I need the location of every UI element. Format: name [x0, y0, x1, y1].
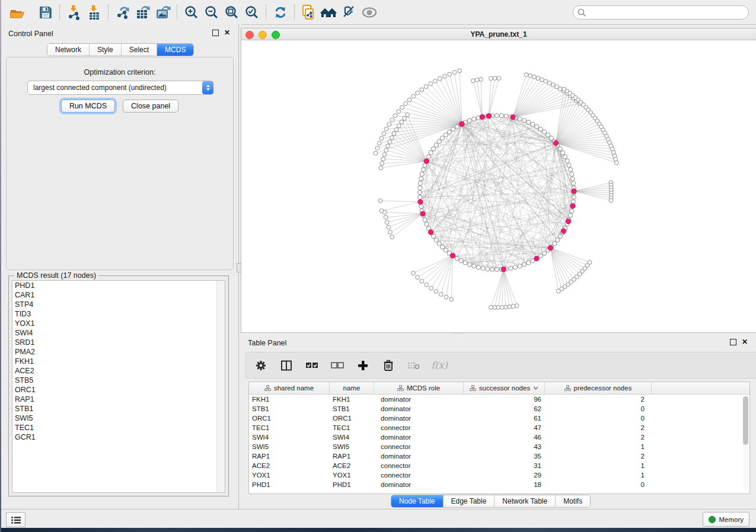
graph-node[interactable]	[455, 257, 459, 261]
graph-node[interactable]	[570, 172, 574, 176]
network-window-titlebar[interactable]: YPA_prune.txt_1	[241, 28, 756, 40]
graph-node[interactable]	[518, 264, 522, 268]
graph-leaf-node[interactable]	[384, 148, 388, 152]
graph-mcds-node[interactable]	[460, 121, 464, 126]
graph-node[interactable]	[434, 143, 438, 147]
graph-leaf-node[interactable]	[439, 292, 443, 296]
graph-node[interactable]	[495, 113, 499, 117]
table-row[interactable]: SWI5SWI5connector431	[249, 442, 749, 451]
tab-select[interactable]: Select	[121, 44, 157, 56]
graph-node[interactable]	[451, 127, 455, 131]
graph-leaf-node[interactable]	[433, 79, 438, 83]
graph-mcds-node[interactable]	[570, 203, 575, 208]
graph-leaf-node[interactable]	[420, 279, 424, 283]
graph-node[interactable]	[569, 213, 573, 217]
graph-mcds-node[interactable]	[566, 219, 570, 223]
graph-leaf-node[interactable]	[609, 198, 613, 203]
graph-leaf-node[interactable]	[540, 78, 544, 82]
zoom-out-icon[interactable]	[202, 3, 222, 22]
graph-leaf-node[interactable]	[424, 85, 428, 89]
show-all-icon[interactable]	[359, 3, 379, 22]
task-history-button[interactable]	[6, 512, 25, 527]
graph-node[interactable]	[569, 168, 573, 172]
graph-leaf-node[interactable]	[429, 286, 433, 290]
graph-node[interactable]	[531, 122, 535, 126]
graph-leaf-node[interactable]	[379, 166, 383, 170]
zoom-selected-icon[interactable]	[242, 3, 262, 22]
graph-node[interactable]	[418, 181, 422, 185]
delete-table-icon[interactable]	[406, 358, 422, 373]
export-table-icon[interactable]	[133, 3, 153, 22]
graph-leaf-node[interactable]	[385, 220, 389, 225]
graph-leaf-node[interactable]	[381, 157, 385, 161]
memory-button[interactable]: Memory	[703, 512, 749, 527]
mcds-result-item[interactable]: SWI4	[12, 328, 225, 338]
mcds-result-item[interactable]: SWI5	[12, 414, 225, 423]
graph-leaf-node[interactable]	[393, 114, 397, 118]
mcds-result-item[interactable]: SRD1	[12, 338, 225, 347]
graph-leaf-node[interactable]	[508, 305, 512, 309]
search-input[interactable]	[589, 8, 748, 17]
graph-node[interactable]	[420, 172, 424, 176]
graph-node[interactable]	[522, 262, 526, 267]
graph-node[interactable]	[476, 265, 480, 270]
graph-node[interactable]	[472, 117, 476, 121]
graph-leaf-node[interactable]	[377, 141, 381, 145]
tab-motifs[interactable]: Motifs	[555, 495, 590, 507]
mcds-result-item[interactable]: TID3	[12, 309, 225, 319]
export-image-icon[interactable]	[153, 3, 173, 22]
graph-node[interactable]	[538, 254, 543, 258]
graph-node[interactable]	[558, 147, 562, 151]
tab-style[interactable]: Style	[89, 44, 121, 56]
graph-node[interactable]	[419, 177, 423, 181]
graph-leaf-node[interactable]	[390, 136, 394, 140]
table-row[interactable]: YOX1YOX1connector291	[249, 470, 749, 480]
graph-node[interactable]	[418, 195, 422, 199]
graph-leaf-node[interactable]	[614, 161, 618, 165]
graph-leaf-node[interactable]	[556, 289, 560, 293]
graph-leaf-node[interactable]	[475, 78, 479, 82]
graph-node[interactable]	[431, 234, 435, 238]
graph-node[interactable]	[419, 204, 423, 209]
mcds-result-item[interactable]: STB1	[12, 404, 225, 414]
graph-node[interactable]	[463, 261, 467, 265]
graph-leaf-node[interactable]	[479, 77, 483, 81]
table-row[interactable]: ORC1ORC1dominator610	[249, 414, 749, 423]
table-row[interactable]: PHD1PHD1dominator180	[249, 480, 749, 489]
tab-mcds[interactable]: MCDS	[157, 44, 193, 56]
graph-leaf-node[interactable]	[388, 230, 393, 235]
mcds-result-list[interactable]: PHD1CAR1STP4TID3YOX1SWI4SRD1PMA2FKH1ACE2…	[12, 280, 225, 493]
network-canvas[interactable]	[241, 40, 755, 332]
tab-node-table[interactable]: Node Table	[391, 495, 443, 507]
table-row[interactable]: ACE2ACE2connector311	[249, 461, 749, 470]
graph-node[interactable]	[444, 248, 448, 252]
graph-leaf-node[interactable]	[412, 271, 416, 275]
graph-leaf-node[interactable]	[397, 124, 401, 128]
mcds-result-item[interactable]: GCR1	[12, 432, 225, 442]
graph-leaf-node[interactable]	[444, 295, 448, 299]
graph-leaf-node[interactable]	[449, 297, 454, 302]
graph-node[interactable]	[546, 133, 550, 137]
graph-node[interactable]	[527, 120, 531, 124]
graph-node[interactable]	[570, 177, 575, 181]
graph-leaf-node[interactable]	[420, 88, 424, 92]
graph-node[interactable]	[565, 159, 569, 163]
deselect-all-icon[interactable]	[330, 358, 345, 373]
table-float-icon[interactable]	[730, 339, 736, 345]
graph-leaf-node[interactable]	[532, 75, 536, 79]
graph-node[interactable]	[563, 155, 567, 159]
graph-leaf-node[interactable]	[493, 306, 497, 310]
graph-leaf-node[interactable]	[489, 76, 493, 81]
graph-leaf-node[interactable]	[493, 76, 497, 81]
mcds-result-item[interactable]: YOX1	[12, 319, 225, 328]
graph-leaf-node[interactable]	[412, 94, 416, 98]
graph-leaf-node[interactable]	[434, 289, 438, 293]
graph-leaf-node[interactable]	[429, 82, 433, 86]
graph-leaf-node[interactable]	[544, 79, 548, 84]
import-network-icon[interactable]	[64, 3, 84, 22]
graph-leaf-node[interactable]	[375, 146, 379, 150]
graph-leaf-node[interactable]	[458, 69, 462, 73]
graph-node[interactable]	[490, 267, 495, 271]
graph-node[interactable]	[543, 251, 547, 255]
graph-leaf-node[interactable]	[511, 305, 515, 309]
